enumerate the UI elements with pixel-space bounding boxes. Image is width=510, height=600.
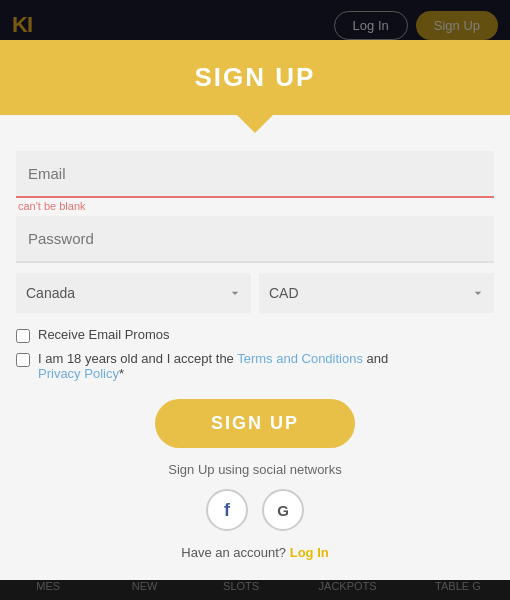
modal-header: SIGN UP [0, 40, 510, 115]
email-promos-row: Receive Email Promos [16, 327, 494, 343]
login-link[interactable]: Log In [290, 545, 329, 560]
email-group: can't be blank [16, 151, 494, 212]
country-select[interactable]: Canada United States United Kingdom [16, 273, 251, 313]
facebook-button[interactable]: f [206, 489, 248, 531]
email-error: can't be blank [18, 200, 494, 212]
have-account-label: Have an account? [181, 545, 286, 560]
modal-arrow [237, 115, 273, 133]
privacy-link[interactable]: Privacy Policy [38, 366, 119, 381]
social-text: Sign Up using social networks [16, 462, 494, 477]
password-input[interactable] [16, 216, 494, 263]
social-icons: f G [16, 489, 494, 531]
terms-prefix: I am 18 years old and I accept the [38, 351, 237, 366]
email-input[interactable] [16, 151, 494, 198]
terms-text: I am 18 years old and I accept the Terms… [38, 351, 388, 381]
modal-body: can't be blank Canada United States Unit… [0, 133, 510, 580]
dropdowns-row: Canada United States United Kingdom CAD … [16, 273, 494, 313]
modal-overlay: SIGN UP can't be blank Canada United Sta… [0, 0, 510, 600]
terms-checkbox[interactable] [16, 353, 30, 367]
terms-link[interactable]: Terms and Conditions [237, 351, 363, 366]
modal-title: SIGN UP [22, 62, 488, 93]
terms-mid: and [363, 351, 388, 366]
terms-suffix: * [119, 366, 124, 381]
terms-row: I am 18 years old and I accept the Terms… [16, 351, 494, 381]
email-promos-checkbox[interactable] [16, 329, 30, 343]
have-account-text: Have an account? Log In [16, 545, 494, 560]
password-group [16, 216, 494, 263]
signup-button[interactable]: SIGN UP [155, 399, 355, 448]
google-button[interactable]: G [262, 489, 304, 531]
email-promos-label: Receive Email Promos [38, 327, 170, 342]
currency-select[interactable]: CAD USD GBP [259, 273, 494, 313]
signup-modal: SIGN UP can't be blank Canada United Sta… [0, 40, 510, 580]
